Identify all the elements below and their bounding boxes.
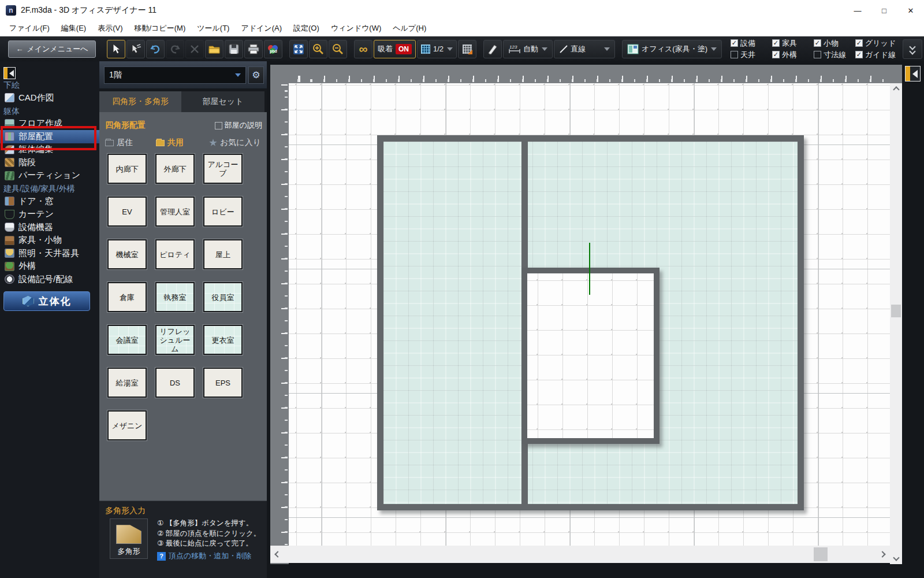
grid-settings-button[interactable] xyxy=(458,40,476,58)
minimize-button[interactable]: — xyxy=(844,0,871,21)
room-button[interactable]: 管理人室 xyxy=(155,197,195,227)
right-panel-collapse-button[interactable] xyxy=(905,66,921,81)
sidebar-item-light[interactable]: 照明・天井器具 xyxy=(0,247,99,260)
category-residential[interactable]: 居住 xyxy=(105,138,156,148)
sidebar-item-stairs[interactable]: 階段 xyxy=(0,156,99,169)
dimension-mode-dropdown[interactable]: 123 自動 xyxy=(503,40,553,58)
room-button[interactable]: 更衣室 xyxy=(203,325,243,355)
sidebar-item-door[interactable]: ドア・窓 xyxy=(0,195,99,208)
menu-item-0[interactable]: ファイル(F) xyxy=(3,21,55,36)
sidebar-section-header: 建具/設備/家具/外構 xyxy=(0,182,99,195)
toolbar-more-button[interactable] xyxy=(903,39,922,59)
menu-item-5[interactable]: アドイン(A) xyxy=(235,21,288,36)
floor-select-dropdown[interactable]: 1階 xyxy=(104,66,246,84)
vertical-scrollbar[interactable] xyxy=(890,83,902,564)
tab-room-set[interactable]: 部屋セット xyxy=(181,91,264,112)
grid-settings-icon xyxy=(463,45,472,54)
room-button[interactable]: 機械室 xyxy=(107,239,147,269)
floor-settings-button[interactable]: ⚙ xyxy=(248,66,264,84)
horizontal-scroll-thumb[interactable] xyxy=(814,547,828,561)
layer-checkbox-寸法線[interactable]: 寸法線 xyxy=(814,50,855,60)
menu-item-3[interactable]: 移動/コピー(M) xyxy=(129,21,192,36)
chevron-down-icon xyxy=(604,47,610,51)
main-menu-button[interactable]: ← メインメニューへ xyxy=(8,40,96,58)
room-button[interactable]: 外廊下 xyxy=(155,154,195,184)
polygon-button[interactable]: 多角形 xyxy=(110,518,148,559)
sidebar-item-equip[interactable]: 設備機器 xyxy=(0,221,99,234)
layer-checkbox-小物[interactable]: ✓小物 xyxy=(814,38,855,49)
tab-rect-polygon[interactable]: 四角形・多角形 xyxy=(99,91,181,112)
vertex-help-link[interactable]: ? 頂点の移動・追加・削除 xyxy=(157,551,251,561)
menu-item-2[interactable]: 表示(V) xyxy=(92,21,128,36)
line-mode-dropdown[interactable]: 直線 xyxy=(554,40,615,58)
room-button[interactable]: アルコーブ xyxy=(203,154,243,184)
room-button[interactable]: ピロティ xyxy=(155,239,195,269)
snap-toggle-button[interactable]: 吸着 ON xyxy=(374,40,416,58)
scroll-up-button[interactable] xyxy=(890,83,902,96)
room-button[interactable]: 屋上 xyxy=(203,239,243,269)
room-button[interactable]: メザニン xyxy=(107,410,147,440)
room-button[interactable]: DS xyxy=(155,368,195,398)
close-button[interactable]: ✕ xyxy=(897,0,924,21)
view-mode-icon xyxy=(627,43,639,55)
layer-checkbox-外構[interactable]: ✓外構 xyxy=(772,50,814,60)
scroll-down-button[interactable] xyxy=(890,551,902,564)
fit-view-button[interactable] xyxy=(289,40,308,58)
sidebar-item-curtain[interactable]: カーテン xyxy=(0,208,99,221)
menu-item-8[interactable]: ヘルプ(H) xyxy=(387,21,432,36)
save-button[interactable] xyxy=(225,40,243,58)
vertical-scroll-thumb[interactable] xyxy=(891,305,901,317)
sidebar-item-cad[interactable]: CAD作図 xyxy=(0,91,99,105)
menu-item-6[interactable]: 設定(O) xyxy=(288,21,325,36)
sidebar-item-furn[interactable]: 家具・小物 xyxy=(0,234,99,247)
room-button[interactable]: EV xyxy=(107,197,147,227)
layer-checkbox-ガイド線[interactable]: ✓ガイド線 xyxy=(855,50,897,60)
pdf-export-button[interactable]: pbd xyxy=(264,40,282,58)
maximize-button[interactable]: □ xyxy=(871,0,897,21)
sidebar-item-partition[interactable]: パーティション xyxy=(0,169,99,183)
zoom-in-button[interactable] xyxy=(309,40,327,58)
room-button[interactable]: 役員室 xyxy=(203,282,243,312)
redo-button[interactable] xyxy=(166,40,184,58)
measure-tool-button[interactable] xyxy=(483,40,502,58)
floor-plan-canvas[interactable] xyxy=(289,83,890,546)
room-panel: 1階 ⚙ 四角形・多角形 部屋セット 四角形配置 部屋の説明 居住 共用 xyxy=(99,61,267,578)
category-shared[interactable]: 共用 xyxy=(156,138,209,148)
sidebar-collapse-button[interactable] xyxy=(3,67,16,79)
scroll-left-button[interactable] xyxy=(270,546,285,563)
room-description-checkbox[interactable]: 部屋の説明 xyxy=(215,120,262,131)
room-button[interactable]: リフレッシュルーム xyxy=(155,325,195,355)
equip-icon xyxy=(5,223,14,232)
layer-checkbox-家具[interactable]: ✓家具 xyxy=(772,38,814,49)
solidify-3d-button[interactable]: 立体化 xyxy=(3,291,90,311)
sidebar-item-ext[interactable]: 外構 xyxy=(0,260,99,273)
menu-item-7[interactable]: ウィンドウ(W) xyxy=(325,21,387,36)
room-button[interactable]: 会議室 xyxy=(107,325,147,355)
room-button[interactable]: 執務室 xyxy=(155,282,195,312)
room-button[interactable]: 内廊下 xyxy=(107,154,147,184)
select-tool-button[interactable] xyxy=(107,40,125,58)
sidebar-item-symbol[interactable]: 設備記号/配線 xyxy=(0,273,99,286)
room-button[interactable]: EPS xyxy=(203,368,243,398)
horizontal-scrollbar[interactable] xyxy=(270,546,890,563)
multi-select-tool-button[interactable] xyxy=(126,40,145,58)
layer-checkbox-天井[interactable]: 天井 xyxy=(731,50,772,60)
room-button[interactable]: ロビー xyxy=(203,197,243,227)
menu-item-1[interactable]: 編集(E) xyxy=(55,21,92,36)
layer-checkbox-グリッド[interactable]: ✓グリッド xyxy=(855,38,897,49)
room-button[interactable]: 倉庫 xyxy=(107,282,147,312)
scroll-right-button[interactable] xyxy=(875,546,890,563)
continuous-input-button[interactable]: ∞ xyxy=(354,40,372,58)
grid-scale-dropdown[interactable]: 1/2 xyxy=(417,40,457,58)
menu-item-4[interactable]: ツール(T) xyxy=(191,21,235,36)
category-favorites[interactable]: お気に入り xyxy=(209,138,261,148)
zoom-out-button[interactable] xyxy=(329,40,347,58)
open-file-button[interactable] xyxy=(205,40,223,58)
undo-button[interactable] xyxy=(146,40,165,58)
layer-checkbox-設備[interactable]: ✓設備 xyxy=(731,38,772,49)
room-button[interactable]: 給湯室 xyxy=(107,368,147,398)
print-button[interactable] xyxy=(244,40,263,58)
view-mode-dropdown[interactable]: オフィス(家具・塗) xyxy=(622,40,722,58)
delete-button[interactable] xyxy=(185,40,204,58)
room-outline-inner[interactable] xyxy=(521,268,660,444)
